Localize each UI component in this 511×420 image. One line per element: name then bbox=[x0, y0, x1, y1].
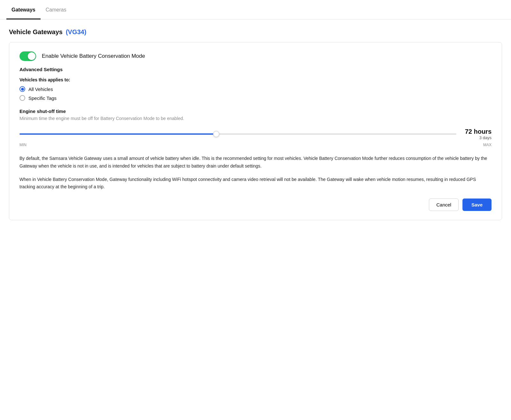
slider-hours: 72 hours bbox=[463, 128, 492, 135]
toggle-label: Enable Vehicle Battery Conservation Mode bbox=[42, 53, 145, 59]
description-1: By default, the Samsara Vehicle Gateway … bbox=[19, 155, 492, 170]
slider-max-label: MAX bbox=[483, 143, 492, 147]
settings-card: Enable Vehicle Battery Conservation Mode… bbox=[9, 42, 502, 220]
toggle-row: Enable Vehicle Battery Conservation Mode bbox=[19, 51, 492, 61]
page-subtitle: (VG34) bbox=[66, 28, 86, 36]
slider-thumb[interactable] bbox=[213, 131, 219, 137]
page-title-row: Vehicle Gateways (VG34) bbox=[9, 28, 502, 36]
slider-fill bbox=[19, 133, 216, 135]
tab-cameras[interactable]: Cameras bbox=[41, 0, 72, 19]
radio-all-vehicles[interactable]: All Vehicles bbox=[19, 86, 492, 92]
radio-label-specific: Specific Tags bbox=[28, 95, 57, 101]
slider-row: 72 hours 3 days bbox=[19, 128, 492, 140]
slider-min-label: MIN bbox=[19, 143, 27, 147]
tabs-bar: Gateways Cameras bbox=[0, 0, 511, 19]
engine-shutoff-label: Engine shut-off time bbox=[19, 109, 492, 114]
slider-days: 3 days bbox=[463, 135, 492, 140]
advanced-settings-title: Advanced Settings bbox=[19, 67, 492, 72]
battery-conservation-toggle[interactable] bbox=[19, 51, 36, 61]
page-title-text: Vehicle Gateways bbox=[9, 28, 63, 36]
description-2: When in Vehicle Battery Conservation Mod… bbox=[19, 176, 492, 191]
radio-circle-specific bbox=[19, 95, 25, 101]
tab-gateways[interactable]: Gateways bbox=[6, 0, 41, 19]
slider-container bbox=[19, 131, 456, 137]
slider-labels: MIN MAX bbox=[19, 143, 492, 147]
slider-track bbox=[19, 133, 456, 135]
vehicles-applies-label: Vehicles this applies to: bbox=[19, 77, 492, 82]
cancel-button[interactable]: Cancel bbox=[429, 199, 459, 211]
radio-circle-all bbox=[19, 86, 25, 92]
radio-specific-tags[interactable]: Specific Tags bbox=[19, 95, 492, 101]
toggle-thumb bbox=[28, 52, 35, 60]
page-content: Vehicle Gateways (VG34) Enable Vehicle B… bbox=[0, 19, 511, 229]
save-button[interactable]: Save bbox=[462, 199, 492, 211]
radio-group-vehicles: All Vehicles Specific Tags bbox=[19, 86, 492, 101]
radio-label-all: All Vehicles bbox=[28, 86, 53, 92]
slider-value-display: 72 hours 3 days bbox=[463, 128, 492, 140]
toggle-track bbox=[19, 51, 36, 61]
engine-shutoff-desc: Minimum time the engine must be off for … bbox=[19, 116, 492, 121]
footer-buttons: Cancel Save bbox=[19, 199, 492, 211]
